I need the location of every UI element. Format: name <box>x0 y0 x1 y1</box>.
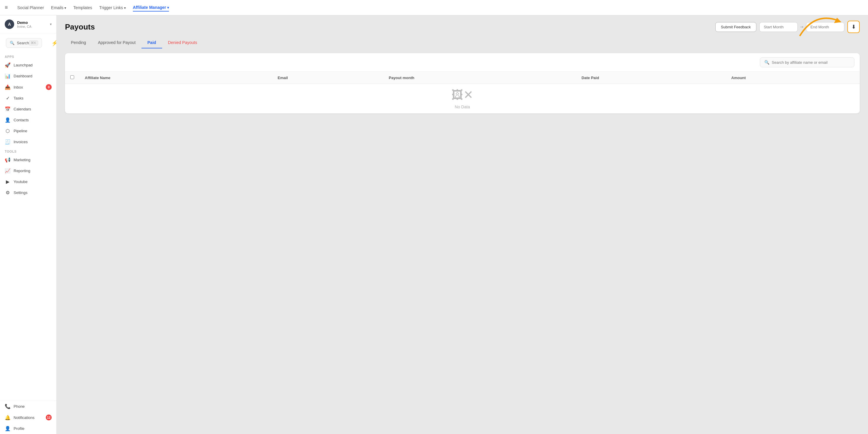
tab-paid[interactable]: Paid <box>142 37 162 49</box>
search-icon: 🔍 <box>10 41 14 45</box>
inbox-badge: 0 <box>46 84 52 90</box>
arrow-right-icon: → <box>800 24 804 30</box>
col-date-paid: Date Paid <box>576 72 726 84</box>
calendars-icon: 📅 <box>5 106 11 112</box>
sidebar-item-settings[interactable]: ⚙ Settings <box>0 187 56 198</box>
sidebar-item-label: Settings <box>13 190 52 195</box>
chevron-down-icon: ▾ <box>50 22 52 26</box>
user-info: Demo Irvine, CA <box>17 20 47 28</box>
tasks-icon: ✓ <box>5 95 11 101</box>
hamburger-icon[interactable]: ≡ <box>5 4 8 11</box>
end-month-input[interactable] <box>806 22 844 32</box>
sidebar-bottom-item-notifications[interactable]: 🔔 Notifications12 <box>0 412 56 423</box>
sidebar-item-inbox[interactable]: 📥 Inbox0 <box>0 82 56 93</box>
sidebar-item-marketing[interactable]: 📢 Marketing <box>0 154 56 165</box>
search-shortcut: ⌘K <box>29 40 38 45</box>
col-payout-month: Payout month <box>383 72 576 84</box>
download-button[interactable]: ⬇ <box>847 21 860 33</box>
sidebar-item-label: Reporting <box>13 168 52 173</box>
table-card: 🔍 Affiliate Name Email Payout month Date… <box>65 53 860 113</box>
user-name: Demo <box>17 20 47 25</box>
download-icon: ⬇ <box>851 24 856 30</box>
launchpad-icon: 🚀 <box>5 62 11 68</box>
sidebar-user[interactable]: A Demo Irvine, CA ▾ <box>0 16 56 33</box>
sidebar-bottom-item-phone[interactable]: 📞 Phone <box>0 401 56 412</box>
download-button-wrapper: ⬇ <box>847 21 860 33</box>
sidebar-item-invoices[interactable]: 🧾 Invoices <box>0 136 56 147</box>
affiliate-search-input[interactable] <box>772 60 850 65</box>
col-affiliate-name: Affiliate Name <box>80 72 272 84</box>
user-location: Irvine, CA <box>17 25 47 28</box>
table-header-row: Affiliate Name Email Payout month Date P… <box>65 72 860 84</box>
select-all-checkbox[interactable] <box>70 75 74 79</box>
sidebar-item-label: Inbox <box>13 85 43 89</box>
sidebar-item-youtube[interactable]: ▶ Youtube <box>0 176 56 187</box>
sidebar-item-label: Youtube <box>13 180 52 184</box>
notifications-icon: 🔔 <box>5 415 11 421</box>
nav-link-social-planner[interactable]: Social Planner <box>18 4 44 11</box>
nav-link-affiliate-manager[interactable]: Affiliate Manager <box>133 4 169 11</box>
tab-approved-for-payout[interactable]: Approved for Payout <box>92 37 142 49</box>
avatar: A <box>5 20 14 29</box>
inbox-icon: 📥 <box>5 85 11 90</box>
sidebar-item-pipeline[interactable]: ⬡ Pipeline <box>0 125 56 136</box>
main-content: Payouts Submit Feedback → ⬇ PendingAppro… <box>57 16 868 434</box>
dashboard-icon: 📊 <box>5 73 11 79</box>
page-title: Payouts <box>65 23 95 32</box>
search-icon: 🔍 <box>764 60 769 65</box>
apps-section-label: Apps <box>0 53 56 60</box>
contacts-icon: 👤 <box>5 117 11 123</box>
nav-link-emails[interactable]: Emails <box>51 4 66 11</box>
phone-icon: 📞 <box>5 404 11 409</box>
tabs-bar: PendingApproved for PayoutPaidDenied Pay… <box>57 37 868 49</box>
sidebar-item-reporting[interactable]: 📈 Reporting <box>0 165 56 176</box>
profile-icon: 👤 <box>5 426 11 431</box>
top-nav: ≡ Social PlannerEmailsTemplatesTrigger L… <box>0 0 868 16</box>
sidebar: A Demo Irvine, CA ▾ 🔍 Search ⌘K ⚡ Apps 🚀 <box>0 16 57 434</box>
sidebar-item-contacts[interactable]: 👤 Contacts <box>0 115 56 125</box>
invoices-icon: 🧾 <box>5 139 11 145</box>
sidebar-item-label: Invoices <box>13 140 52 144</box>
col-amount: Amount <box>726 72 860 84</box>
header-right: Submit Feedback → ⬇ <box>715 21 860 33</box>
sidebar-item-calendars[interactable]: 📅 Calendars <box>0 104 56 115</box>
sidebar-item-dashboard[interactable]: 📊 Dashboard <box>0 70 56 82</box>
nav-link-templates[interactable]: Templates <box>73 4 92 11</box>
table-search-bar: 🔍 <box>65 53 860 72</box>
sidebar-item-label: Contacts <box>13 118 52 122</box>
tools-section-label: Tools <box>0 147 56 154</box>
layout: A Demo Irvine, CA ▾ 🔍 Search ⌘K ⚡ Apps 🚀 <box>0 16 868 434</box>
start-month-input[interactable] <box>759 22 798 32</box>
submit-feedback-button[interactable]: Submit Feedback <box>715 22 756 32</box>
search-label: Search <box>17 41 29 45</box>
checkbox-col-header <box>65 72 80 84</box>
marketing-icon: 📢 <box>5 157 11 163</box>
sidebar-item-label: Calendars <box>13 107 52 111</box>
data-table: Affiliate Name Email Payout month Date P… <box>65 72 860 113</box>
sidebar-bottom-label: Profile <box>13 426 52 431</box>
sidebar-item-tasks[interactable]: ✓ Tasks <box>0 93 56 104</box>
nav-link-trigger-links[interactable]: Trigger Links <box>99 4 126 11</box>
tab-pending[interactable]: Pending <box>65 37 92 49</box>
no-data-icon: 🖼✕ <box>70 88 855 101</box>
tab-denied-payouts[interactable]: Denied Payouts <box>162 37 203 49</box>
sidebar-item-label: Marketing <box>13 158 52 162</box>
reporting-icon: 📈 <box>5 168 11 174</box>
pipeline-icon: ⬡ <box>5 128 11 134</box>
table-row: 🖼✕ No Data <box>65 84 860 114</box>
youtube-icon: ▶ <box>5 179 11 185</box>
page-header: Payouts Submit Feedback → ⬇ <box>57 16 868 37</box>
sidebar-bottom-item-profile[interactable]: 👤 Profile <box>0 423 56 434</box>
sidebar-item-label: Tasks <box>13 96 52 100</box>
sidebar-bottom-label: Phone <box>13 404 52 409</box>
sidebar-item-label: Launchpad <box>13 63 52 67</box>
bolt-icon[interactable]: ⚡ <box>46 39 57 48</box>
col-email: Email <box>272 72 383 84</box>
settings-icon: ⚙ <box>5 190 11 195</box>
notifications-badge: 12 <box>46 414 52 421</box>
sidebar-bottom: 📞 Phone🔔 Notifications12👤 Profile <box>0 401 56 434</box>
search-button[interactable]: 🔍 Search ⌘K <box>6 38 42 48</box>
sidebar-bottom-label: Notifications <box>13 415 43 420</box>
table-search[interactable]: 🔍 <box>760 57 855 67</box>
sidebar-item-launchpad[interactable]: 🚀 Launchpad <box>0 60 56 70</box>
